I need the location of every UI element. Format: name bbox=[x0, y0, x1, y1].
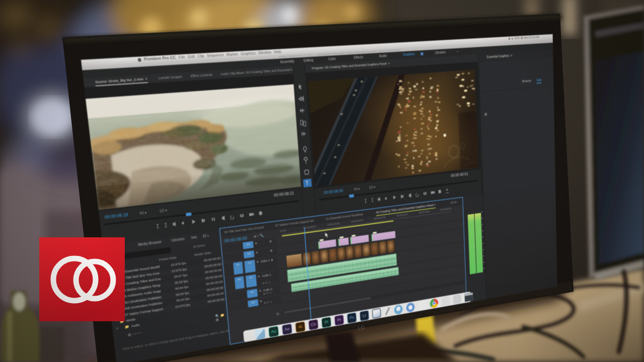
svg-text:LG: LG bbox=[358, 325, 365, 331]
svg-text:T: T bbox=[305, 180, 309, 186]
